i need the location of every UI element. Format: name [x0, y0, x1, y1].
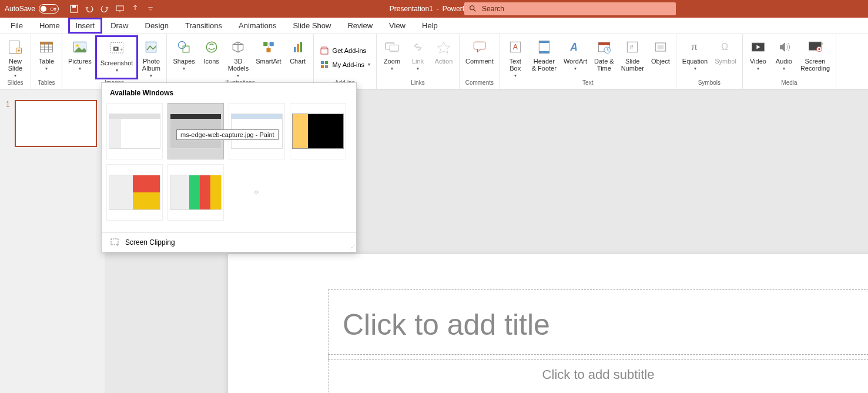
wordart-button[interactable]: A WordArt ▾ — [560, 35, 591, 79]
undo-icon[interactable] — [85, 4, 94, 14]
svg-text:#: # — [630, 44, 634, 51]
shapes-button[interactable]: Shapes ▾ — [169, 35, 198, 79]
screenshot-button[interactable]: + Screenshot ▾ — [95, 35, 139, 79]
chevron-down-icon: ▾ — [116, 68, 118, 73]
chevron-down-icon: ▾ — [237, 73, 239, 78]
svg-rect-29 — [266, 48, 270, 52]
tab-view[interactable]: View — [381, 18, 414, 34]
window-thumbnail-1[interactable] — [106, 103, 163, 159]
svg-text:A: A — [569, 41, 578, 53]
get-addins-button[interactable]: Get Add-ins — [316, 45, 374, 56]
window-thumbnail-5[interactable] — [106, 164, 163, 221]
audio-button[interactable]: Audio ▾ — [771, 35, 797, 79]
svg-rect-46 — [539, 41, 549, 44]
zoom-button[interactable]: Zoom ▾ — [379, 35, 405, 79]
svg-rect-38 — [321, 65, 324, 68]
chevron-down-icon: ▾ — [150, 73, 152, 78]
subtitle-text: Click to add subtitle — [542, 367, 655, 382]
date-time-button[interactable]: Date & Time — [591, 35, 618, 79]
window-thumbnail-6[interactable] — [167, 164, 224, 221]
loading-spinner-icon: ⟳ — [254, 189, 259, 195]
window-thumbnail-4[interactable] — [290, 103, 346, 159]
my-addins-button[interactable]: My Add-ins ▾ — [316, 59, 374, 71]
icons-icon — [202, 38, 221, 56]
svg-rect-50 — [598, 42, 609, 45]
svg-text:A: A — [512, 43, 518, 51]
subtitle-placeholder[interactable]: Click to add subtitle — [328, 354, 868, 393]
svg-rect-36 — [321, 61, 324, 64]
tab-home[interactable]: Home — [31, 18, 68, 34]
tab-file[interactable]: File — [2, 18, 31, 34]
svg-rect-2 — [116, 6, 123, 11]
svg-point-5 — [470, 6, 474, 10]
title-bar: AutoSave Off Presentation1 - PowerPoint — [0, 0, 868, 18]
svg-rect-57 — [658, 45, 664, 49]
qat-customize-icon[interactable] — [146, 4, 155, 14]
chart-button[interactable]: Chart — [285, 35, 311, 79]
screen-clipping-item[interactable]: + Screen Clipping — [102, 232, 356, 252]
object-icon — [651, 38, 670, 56]
svg-rect-1 — [72, 5, 76, 8]
equation-button[interactable]: π Equation ▾ — [679, 35, 711, 79]
group-text: A Text Box ▾ Header & Footer A WordArt ▾… — [500, 34, 676, 89]
video-button[interactable]: Video ▾ — [745, 35, 771, 79]
slide-preview — [15, 100, 97, 147]
window-thumbnail-loading[interactable]: ⟳ — [229, 164, 285, 221]
screenshot-icon: + — [108, 39, 126, 58]
screen-recording-button[interactable]: + Screen Recording — [797, 35, 833, 79]
photo-album-button[interactable]: Photo Album ▾ — [138, 35, 164, 79]
quick-access-toolbar — [63, 4, 161, 14]
save-icon[interactable] — [69, 4, 79, 14]
group-images: Pictures ▾ + Screenshot ▾ Photo Album ▾ … — [62, 34, 167, 89]
new-slide-button[interactable]: New Slide ▾ — [2, 35, 28, 79]
photo-album-icon — [142, 38, 160, 56]
title-placeholder[interactable]: Click to add title — [328, 289, 868, 360]
object-button[interactable]: Object — [648, 35, 673, 79]
svg-rect-12 — [41, 42, 53, 44]
svg-rect-39 — [325, 65, 328, 68]
slide-number: 1 — [6, 100, 10, 108]
touch-mode-icon[interactable] — [130, 4, 140, 14]
tab-design[interactable]: Design — [137, 18, 177, 34]
pictures-button[interactable]: Pictures ▾ — [65, 35, 95, 79]
smartart-button[interactable]: SmartArt — [252, 35, 284, 79]
text-box-button[interactable]: A Text Box ▾ — [502, 35, 528, 79]
tab-review[interactable]: Review — [339, 18, 381, 34]
autosave-state: Off — [51, 6, 57, 12]
window-thumbnail-2[interactable]: ms-edge-web-capture.jpg - Paint — [167, 103, 224, 159]
tab-slideshow[interactable]: Slide Show — [284, 18, 339, 34]
present-icon[interactable] — [115, 4, 125, 14]
autosave-toggle[interactable]: Off — [39, 4, 59, 14]
slide-number-button[interactable]: # Slide Number — [618, 35, 648, 79]
tab-insert[interactable]: Insert — [68, 18, 103, 34]
3d-models-button[interactable]: 3D Models ▾ — [224, 35, 252, 79]
audio-icon — [775, 38, 793, 56]
slide-thumbnail-panel: 1 — [0, 89, 105, 393]
resize-grip-icon[interactable]: ⋰ — [349, 244, 355, 251]
tab-animations[interactable]: Animations — [230, 18, 284, 34]
icons-button[interactable]: Icons — [199, 35, 224, 79]
tab-draw[interactable]: Draw — [102, 18, 136, 34]
svg-rect-35 — [321, 49, 328, 54]
tab-transitions[interactable]: Transitions — [177, 18, 230, 34]
comment-icon — [470, 38, 489, 56]
chevron-down-icon: ▾ — [514, 73, 517, 78]
comment-button[interactable]: Comment — [462, 35, 497, 79]
slide-thumbnail-1[interactable]: 1 — [6, 100, 99, 147]
screenshot-dropdown-panel: Available Windows ms-edge-web-capture.jp… — [101, 82, 357, 252]
chevron-down-icon: ▾ — [574, 66, 577, 71]
zoom-icon — [383, 38, 401, 56]
svg-rect-28 — [270, 42, 274, 46]
tab-help[interactable]: Help — [414, 18, 446, 34]
chevron-down-icon: ▾ — [14, 73, 16, 78]
window-thumbnails-grid: ms-edge-web-capture.jpg - Paint ⟳ — [102, 101, 356, 232]
search-box[interactable]: Search — [464, 2, 676, 15]
wordart-icon: A — [566, 38, 585, 56]
action-button: Action — [431, 35, 457, 79]
header-footer-button[interactable]: Header & Footer — [528, 35, 560, 79]
ribbon: New Slide ▾ Slides Table ▾ Tables — [0, 34, 868, 89]
pictures-icon — [71, 38, 89, 56]
redo-icon[interactable] — [100, 4, 109, 14]
svg-rect-42 — [474, 42, 485, 49]
table-button[interactable]: Table ▾ — [33, 35, 59, 79]
